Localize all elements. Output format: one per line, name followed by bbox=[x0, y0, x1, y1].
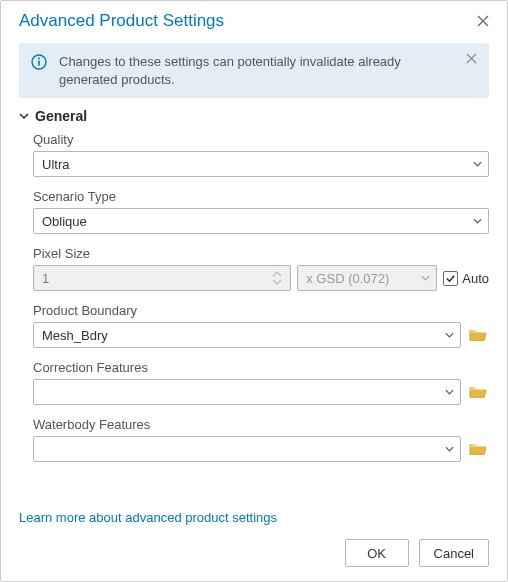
caret-down-icon bbox=[445, 388, 454, 397]
select-pixel-unit-value: x GSD (0.072) bbox=[306, 271, 389, 286]
chevron-up-icon bbox=[272, 271, 282, 277]
select-waterbody-features[interactable] bbox=[33, 436, 461, 462]
label-pixel-size: Pixel Size bbox=[33, 246, 489, 261]
select-scenario-value: Oblique bbox=[42, 214, 87, 229]
checkbox-auto-label: Auto bbox=[462, 271, 489, 286]
browse-product-boundary[interactable] bbox=[467, 325, 489, 345]
select-pixel-unit: x GSD (0.072) bbox=[297, 265, 437, 291]
svg-rect-2 bbox=[38, 61, 40, 66]
folder-icon bbox=[469, 327, 487, 343]
chevron-down-icon bbox=[272, 279, 282, 285]
select-scenario[interactable]: Oblique bbox=[33, 208, 489, 234]
select-correction-features[interactable] bbox=[33, 379, 461, 405]
advanced-product-settings-dialog: Advanced Product Settings Changes to the… bbox=[0, 0, 508, 582]
label-quality: Quality bbox=[33, 132, 489, 147]
select-quality[interactable]: Ultra bbox=[33, 151, 489, 177]
folder-icon bbox=[469, 441, 487, 457]
field-scenario: Scenario Type Oblique bbox=[33, 189, 489, 234]
info-message: Changes to these settings can potentiall… bbox=[59, 53, 452, 88]
label-scenario: Scenario Type bbox=[33, 189, 489, 204]
label-correction-features: Correction Features bbox=[33, 360, 489, 375]
info-banner: Changes to these settings can potentiall… bbox=[19, 43, 489, 98]
browse-waterbody-features[interactable] bbox=[467, 439, 489, 459]
caret-down-icon bbox=[445, 331, 454, 340]
caret-down-icon bbox=[421, 274, 430, 283]
cancel-button[interactable]: Cancel bbox=[419, 539, 489, 567]
checkbox-auto-wrap: Auto bbox=[443, 271, 489, 286]
svg-point-1 bbox=[38, 58, 40, 60]
browse-correction-features[interactable] bbox=[467, 382, 489, 402]
dialog-content: General Quality Ultra Scenario Type Obli… bbox=[1, 108, 507, 502]
checkbox-auto[interactable] bbox=[443, 271, 458, 286]
folder-icon bbox=[469, 384, 487, 400]
field-waterbody-features: Waterbody Features bbox=[33, 417, 489, 462]
close-icon bbox=[466, 53, 477, 64]
input-pixel-size: 1 bbox=[33, 265, 291, 291]
learn-more-link[interactable]: Learn more about advanced product settin… bbox=[1, 510, 507, 525]
chevron-down-icon bbox=[19, 111, 29, 121]
field-pixel-size: Pixel Size 1 x GSD (0.072) bbox=[33, 246, 489, 291]
select-product-boundary-value: Mesh_Bdry bbox=[42, 328, 108, 343]
caret-down-icon bbox=[473, 160, 482, 169]
close-button[interactable] bbox=[473, 13, 493, 29]
titlebar: Advanced Product Settings bbox=[1, 1, 507, 39]
field-correction-features: Correction Features bbox=[33, 360, 489, 405]
section-title-general: General bbox=[35, 108, 87, 124]
info-icon bbox=[31, 54, 47, 70]
check-icon bbox=[445, 273, 456, 284]
dialog-title: Advanced Product Settings bbox=[19, 11, 224, 31]
label-product-boundary: Product Boundary bbox=[33, 303, 489, 318]
info-dismiss-button[interactable] bbox=[464, 53, 479, 64]
ok-button[interactable]: OK bbox=[345, 539, 409, 567]
field-quality: Quality Ultra bbox=[33, 132, 489, 177]
select-quality-value: Ultra bbox=[42, 157, 69, 172]
caret-down-icon bbox=[473, 217, 482, 226]
button-bar: OK Cancel bbox=[1, 539, 507, 581]
select-product-boundary[interactable]: Mesh_Bdry bbox=[33, 322, 461, 348]
spinner-buttons bbox=[272, 268, 286, 288]
label-waterbody-features: Waterbody Features bbox=[33, 417, 489, 432]
close-icon bbox=[477, 15, 489, 27]
section-toggle-general[interactable]: General bbox=[19, 108, 489, 124]
input-pixel-size-value: 1 bbox=[42, 271, 49, 286]
caret-down-icon bbox=[445, 445, 454, 454]
field-product-boundary: Product Boundary Mesh_Bdry bbox=[33, 303, 489, 348]
